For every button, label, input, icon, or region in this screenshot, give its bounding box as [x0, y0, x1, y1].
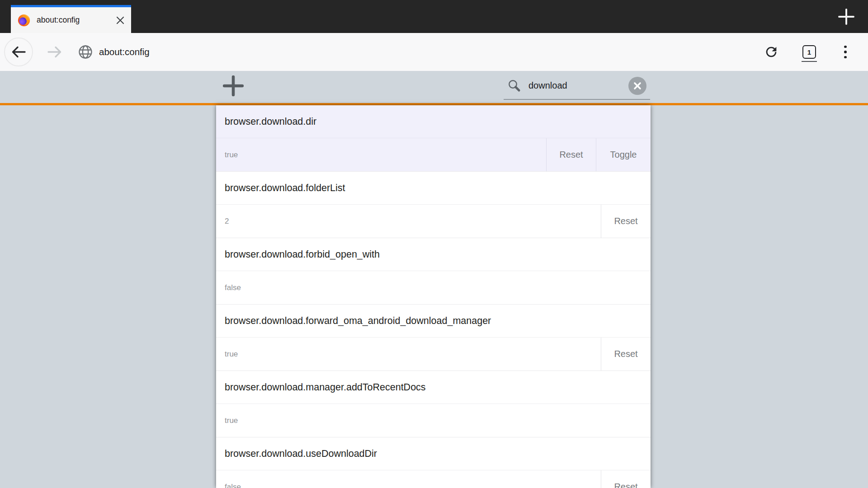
- reset-button[interactable]: Reset: [601, 205, 651, 238]
- pref-name[interactable]: browser.download.useDownloadDir: [216, 437, 651, 470]
- globe-icon: [78, 45, 93, 59]
- search-field[interactable]: download: [504, 72, 650, 100]
- pref-value-row: true: [216, 404, 651, 437]
- screen: about:config about:config: [0, 0, 868, 488]
- tab-count: 1: [802, 45, 816, 59]
- pref-row: browser.download.forbid_open_withfalse: [216, 238, 651, 305]
- pref-name[interactable]: browser.download.folderList: [216, 172, 651, 205]
- pref-value[interactable]: 2: [216, 205, 601, 238]
- pref-row: browser.download.dirtrueResetToggle: [216, 105, 651, 172]
- config-toolbar: [0, 71, 868, 103]
- pref-value-row: false: [216, 271, 651, 305]
- pref-name[interactable]: browser.download.manager.addToRecentDocs: [216, 371, 651, 404]
- pref-row: browser.download.useDownloadDirfalseRese…: [216, 437, 651, 488]
- pref-value-row: 2Reset: [216, 205, 651, 238]
- pref-value[interactable]: false: [216, 470, 601, 488]
- reset-button[interactable]: Reset: [601, 338, 651, 371]
- pref-value[interactable]: true: [216, 404, 651, 437]
- add-preference-icon[interactable]: [221, 74, 245, 98]
- toggle-button[interactable]: Toggle: [596, 138, 651, 171]
- pref-name[interactable]: browser.download.dir: [216, 105, 651, 138]
- url-text[interactable]: about:config: [99, 47, 150, 57]
- clear-search-icon[interactable]: [628, 77, 646, 95]
- tab-strip: about:config: [0, 0, 868, 33]
- pref-value-row: trueReset: [216, 338, 651, 371]
- firefox-icon: [18, 14, 30, 27]
- back-button[interactable]: [4, 38, 33, 66]
- preference-list: browser.download.dirtrueResetTogglebrows…: [216, 105, 651, 488]
- pref-value[interactable]: false: [216, 271, 651, 304]
- pref-row: browser.download.folderList2Reset: [216, 172, 651, 238]
- new-tab-icon[interactable]: [835, 5, 858, 28]
- search-input[interactable]: download: [528, 80, 628, 91]
- reload-icon[interactable]: [760, 41, 782, 63]
- tab-title: about:config: [37, 15, 80, 25]
- tab-counter-button[interactable]: 1: [798, 41, 820, 63]
- address-bar: about:config 1: [0, 33, 868, 71]
- pref-value[interactable]: true: [216, 138, 546, 171]
- search-icon: [507, 79, 522, 93]
- browser-tab[interactable]: about:config: [11, 5, 131, 33]
- pref-value[interactable]: true: [216, 338, 601, 371]
- reset-button[interactable]: Reset: [546, 138, 596, 171]
- menu-kebab-icon[interactable]: [836, 41, 854, 63]
- pref-value-row: falseReset: [216, 470, 651, 488]
- pref-row: browser.download.manager.addToRecentDocs…: [216, 371, 651, 437]
- tab-counter-underline: [802, 61, 817, 62]
- close-tab-icon[interactable]: [115, 15, 126, 26]
- pref-name[interactable]: browser.download.forward_oma_android_dow…: [216, 305, 651, 338]
- pref-value-row: trueResetToggle: [216, 138, 651, 172]
- pref-name[interactable]: browser.download.forbid_open_with: [216, 238, 651, 271]
- pref-row: browser.download.forward_oma_android_dow…: [216, 305, 651, 371]
- reset-button[interactable]: Reset: [601, 470, 651, 488]
- forward-button[interactable]: [45, 42, 65, 62]
